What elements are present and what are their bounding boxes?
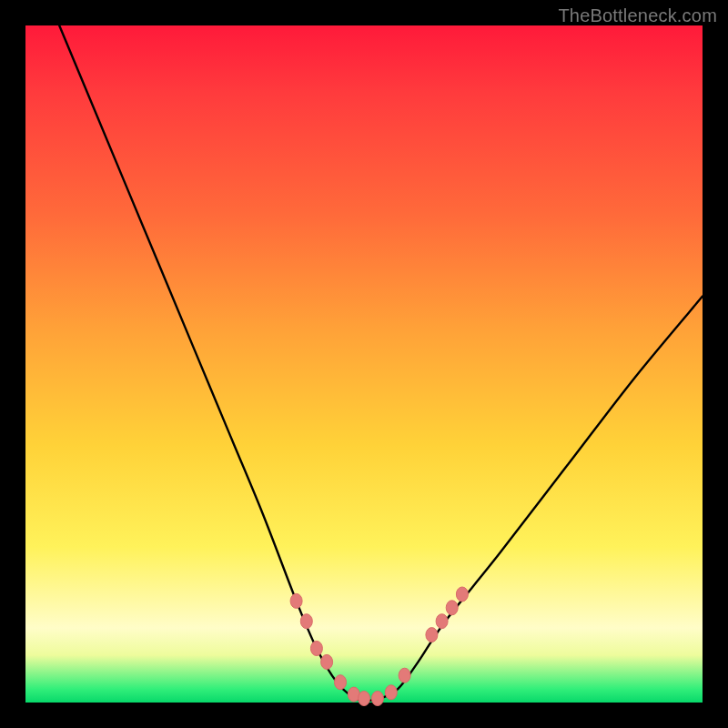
bottleneck-curve: [59, 25, 703, 701]
highlight-dot: [371, 692, 383, 706]
highlight-dot: [310, 642, 322, 656]
highlight-dot: [426, 628, 438, 642]
chart-stage: TheBottleneck.com: [0, 0, 728, 728]
highlight-dot: [335, 675, 347, 690]
highlight-dot: [359, 692, 370, 706]
highlight-dot: [446, 601, 458, 615]
highlight-dot: [456, 587, 468, 602]
curve-path-group: [59, 25, 703, 701]
curve-layer: [25, 25, 703, 703]
highlight-dot: [290, 593, 302, 608]
marker-group: [290, 587, 468, 706]
highlight-dot: [436, 614, 448, 629]
plot-area: [25, 25, 703, 703]
highlight-dot: [321, 654, 333, 669]
highlight-dot: [399, 668, 410, 682]
watermark-text: TheBottleneck.com: [558, 5, 717, 26]
highlight-dot: [385, 685, 397, 700]
highlight-dot: [300, 614, 312, 629]
